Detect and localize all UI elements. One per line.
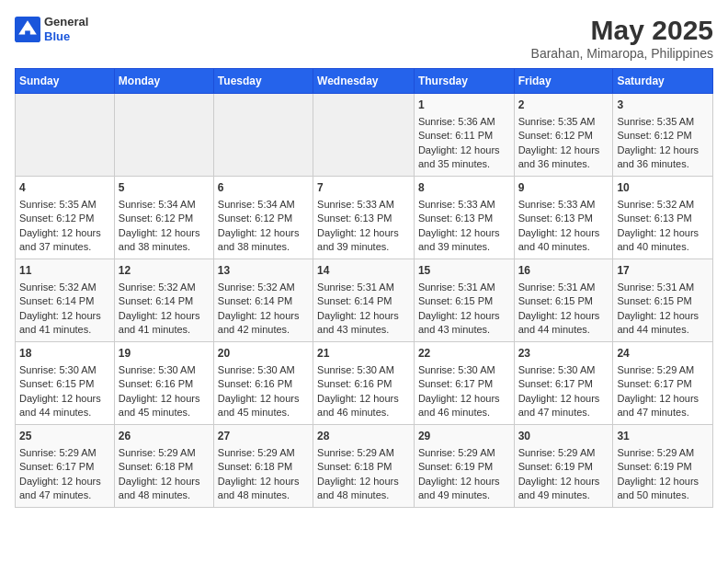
cell-text: Sunrise: 5:33 AM (418, 198, 510, 212)
title-block: May 2025 Barahan, Mimaropa, Philippines (531, 15, 713, 61)
calendar-cell: 26Sunrise: 5:29 AMSunset: 6:18 PMDayligh… (114, 425, 213, 508)
cell-text: Sunset: 6:11 PM (418, 129, 510, 143)
cell-text: Daylight: 12 hours and 47 minutes. (19, 475, 110, 503)
logo-icon (15, 17, 40, 42)
cell-text: Daylight: 12 hours and 46 minutes. (317, 392, 410, 420)
cell-text: Sunset: 6:12 PM (218, 212, 309, 225)
day-number: 29 (418, 429, 510, 444)
calendar-cell: 17Sunrise: 5:31 AMSunset: 6:15 PMDayligh… (613, 259, 713, 342)
day-number: 22 (418, 346, 510, 362)
cell-text: Daylight: 12 hours and 40 minutes. (518, 226, 609, 255)
calendar-cell: 25Sunrise: 5:29 AMSunset: 6:17 PMDayligh… (16, 425, 115, 508)
cell-text: Sunrise: 5:30 AM (218, 363, 309, 377)
cell-text: Daylight: 12 hours and 37 minutes. (19, 226, 110, 255)
week-row-4: 25Sunrise: 5:29 AMSunset: 6:17 PMDayligh… (16, 425, 713, 508)
calendar-cell: 8Sunrise: 5:33 AMSunset: 6:13 PMDaylight… (414, 177, 514, 259)
header-day-monday: Monday (114, 69, 213, 94)
calendar-cell: 2Sunrise: 5:35 AMSunset: 6:12 PMDaylight… (514, 94, 613, 177)
cell-text: Sunrise: 5:32 AM (617, 198, 709, 212)
calendar-cell: 13Sunrise: 5:32 AMSunset: 6:14 PMDayligh… (213, 259, 313, 342)
calendar-cell: 7Sunrise: 5:33 AMSunset: 6:13 PMDaylight… (313, 177, 415, 259)
cell-text: Sunset: 6:14 PM (19, 294, 110, 308)
day-number: 10 (617, 180, 709, 196)
cell-text: Sunrise: 5:31 AM (317, 281, 410, 294)
cell-text: Sunset: 6:12 PM (518, 129, 609, 143)
main-title: May 2025 (531, 15, 713, 46)
cell-text: Sunset: 6:17 PM (617, 377, 709, 391)
cell-text: Daylight: 12 hours and 48 minutes. (119, 475, 210, 503)
cell-text: Daylight: 12 hours and 48 minutes. (317, 475, 410, 503)
cell-text: Sunrise: 5:29 AM (617, 446, 709, 460)
logo-blue: Blue (44, 29, 88, 44)
cell-text: Sunset: 6:15 PM (19, 377, 110, 391)
day-number: 11 (19, 263, 110, 279)
cell-text: Sunset: 6:17 PM (518, 377, 609, 391)
cell-text: Sunrise: 5:33 AM (518, 198, 609, 212)
cell-text: Sunrise: 5:31 AM (617, 281, 709, 294)
svg-rect-2 (25, 30, 30, 37)
cell-text: Sunset: 6:13 PM (317, 212, 410, 225)
cell-text: Daylight: 12 hours and 45 minutes. (218, 392, 309, 420)
calendar-cell: 22Sunrise: 5:30 AMSunset: 6:17 PMDayligh… (414, 342, 514, 425)
calendar-cell: 18Sunrise: 5:30 AMSunset: 6:15 PMDayligh… (16, 342, 115, 425)
cell-text: Sunrise: 5:32 AM (119, 281, 210, 294)
calendar-cell: 23Sunrise: 5:30 AMSunset: 6:17 PMDayligh… (514, 342, 613, 425)
calendar-table: SundayMondayTuesdayWednesdayThursdayFrid… (15, 68, 713, 508)
subtitle: Barahan, Mimaropa, Philippines (531, 46, 713, 61)
week-row-0: 1Sunrise: 5:36 AMSunset: 6:11 PMDaylight… (16, 94, 713, 177)
week-row-2: 11Sunrise: 5:32 AMSunset: 6:14 PMDayligh… (16, 259, 713, 342)
cell-text: Sunrise: 5:35 AM (617, 115, 709, 129)
calendar-cell: 1Sunrise: 5:36 AMSunset: 6:11 PMDaylight… (414, 94, 514, 177)
cell-text: Sunset: 6:16 PM (119, 377, 210, 391)
cell-text: Sunrise: 5:31 AM (418, 281, 510, 294)
day-number: 30 (518, 429, 609, 444)
cell-text: Sunrise: 5:32 AM (218, 281, 309, 294)
cell-text: Sunset: 6:13 PM (518, 212, 609, 225)
cell-text: Daylight: 12 hours and 47 minutes. (518, 392, 609, 420)
day-number: 17 (617, 263, 709, 279)
calendar-cell: 16Sunrise: 5:31 AMSunset: 6:15 PMDayligh… (514, 259, 613, 342)
calendar-cell: 29Sunrise: 5:29 AMSunset: 6:19 PMDayligh… (414, 425, 514, 508)
cell-text: Sunrise: 5:29 AM (218, 446, 309, 460)
cell-text: Sunrise: 5:29 AM (617, 363, 709, 377)
cell-text: Daylight: 12 hours and 44 minutes. (19, 392, 110, 420)
cell-text: Sunrise: 5:30 AM (317, 363, 410, 377)
cell-text: Daylight: 12 hours and 48 minutes. (218, 475, 309, 503)
cell-text: Sunrise: 5:30 AM (119, 363, 210, 377)
cell-text: Daylight: 12 hours and 38 minutes. (119, 226, 210, 255)
cell-text: Daylight: 12 hours and 47 minutes. (617, 392, 709, 420)
calendar-cell: 24Sunrise: 5:29 AMSunset: 6:17 PMDayligh… (613, 342, 713, 425)
calendar-cell: 27Sunrise: 5:29 AMSunset: 6:18 PMDayligh… (213, 425, 313, 508)
cell-text: Daylight: 12 hours and 36 minutes. (617, 144, 709, 172)
cell-text: Daylight: 12 hours and 38 minutes. (218, 226, 309, 255)
day-number: 28 (317, 429, 410, 444)
cell-text: Sunrise: 5:35 AM (19, 198, 110, 212)
calendar-cell (114, 94, 213, 177)
calendar-cell: 19Sunrise: 5:30 AMSunset: 6:16 PMDayligh… (114, 342, 213, 425)
day-number: 15 (418, 263, 510, 279)
cell-text: Sunrise: 5:29 AM (119, 446, 210, 460)
cell-text: Sunset: 6:18 PM (119, 460, 210, 474)
day-number: 25 (19, 429, 110, 444)
calendar-cell (16, 94, 115, 177)
calendar-cell: 10Sunrise: 5:32 AMSunset: 6:13 PMDayligh… (613, 177, 713, 259)
cell-text: Daylight: 12 hours and 36 minutes. (518, 144, 609, 172)
cell-text: Daylight: 12 hours and 43 minutes. (418, 309, 510, 338)
calendar-cell (313, 94, 415, 177)
day-number: 20 (218, 346, 309, 362)
calendar-cell: 20Sunrise: 5:30 AMSunset: 6:16 PMDayligh… (213, 342, 313, 425)
day-number: 19 (119, 346, 210, 362)
logo-general: General (44, 15, 88, 29)
cell-text: Sunrise: 5:34 AM (119, 198, 210, 212)
day-number: 8 (418, 180, 510, 196)
cell-text: Sunset: 6:13 PM (617, 212, 709, 225)
cell-text: Sunrise: 5:30 AM (19, 363, 110, 377)
cell-text: Sunset: 6:15 PM (617, 294, 709, 308)
calendar-cell: 12Sunrise: 5:32 AMSunset: 6:14 PMDayligh… (114, 259, 213, 342)
cell-text: Daylight: 12 hours and 44 minutes. (617, 309, 709, 338)
calendar-cell: 11Sunrise: 5:32 AMSunset: 6:14 PMDayligh… (16, 259, 115, 342)
header-row: SundayMondayTuesdayWednesdayThursdayFrid… (16, 69, 713, 94)
cell-text: Daylight: 12 hours and 40 minutes. (617, 226, 709, 255)
header-day-thursday: Thursday (414, 69, 514, 94)
day-number: 7 (317, 180, 410, 196)
